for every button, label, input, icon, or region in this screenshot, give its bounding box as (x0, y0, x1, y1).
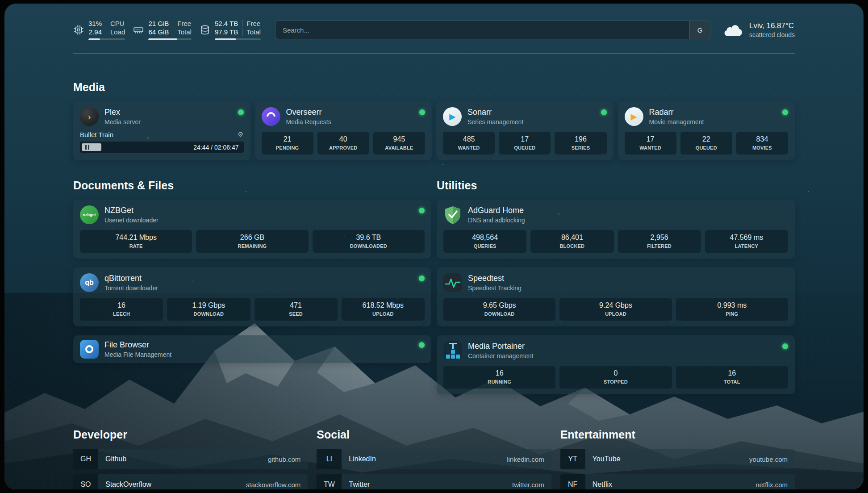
memory-usage-bar (148, 38, 192, 40)
pause-button[interactable] (82, 143, 101, 151)
section-entertainment: Entertainment YT YouTube youtube.com NF … (560, 428, 795, 489)
service-card-portainer[interactable]: Media Portainer Container management 16 … (437, 335, 795, 394)
disk-total-label: Total (242, 28, 261, 36)
disk-free-label: Free (242, 20, 261, 27)
stat-queued: 22 QUEUED (680, 132, 732, 155)
now-playing-settings-icon[interactable]: ⚙ (238, 130, 243, 138)
status-indicator (419, 109, 425, 115)
stat-total: 16 TOTAL (676, 366, 788, 389)
section-utilities: Utilities AdGuard Home DNS and (437, 179, 795, 403)
bookmark-domain: twitter.com (512, 481, 544, 489)
service-subtitle: Series management (467, 118, 523, 125)
disk-widget: 52.4 TB Free 97.9 TB Total (200, 20, 261, 40)
weather-widget[interactable]: Lviv, 16.87°C scattered clouds (723, 21, 795, 38)
service-card-nzbget[interactable]: nzbget NZBGet Usenet downloader 744.21 M… (73, 200, 431, 259)
service-card-sonarr[interactable]: ▶ Sonarr Series management 485 WANTED (436, 101, 613, 160)
service-subtitle: Movie management (649, 118, 704, 125)
bookmark-name: LinkedIn (349, 455, 376, 463)
stat-label: PENDING (263, 145, 312, 150)
stat-value: 9.24 Gbps (561, 301, 670, 309)
memory-free-label: Free (173, 20, 192, 27)
bookmark-linkedin[interactable]: LI LinkedIn linkedin.com (317, 449, 551, 469)
stat-label: STOPPED (561, 379, 670, 384)
service-subtitle: Container management (468, 352, 533, 359)
status-indicator (601, 109, 607, 115)
stat-value: 86,401 (532, 234, 612, 242)
stat-label: MOVIES (738, 145, 786, 150)
bookmark-github[interactable]: GH Github github.com (73, 449, 308, 469)
stat-value: 834 (738, 135, 786, 143)
stat-movies: 834 MOVIES (736, 132, 788, 155)
status-indicator (782, 109, 788, 115)
service-subtitle: Media server (104, 118, 141, 125)
service-subtitle: Speedtest Tracking (468, 284, 522, 292)
search-provider-button[interactable]: G (689, 21, 710, 39)
section-title-utilities: Utilities (437, 179, 795, 192)
github-abbr-icon: GH (73, 449, 98, 469)
bookmark-youtube[interactable]: YT YouTube youtube.com (560, 449, 795, 469)
status-indicator (238, 109, 244, 115)
section-social: Social LI LinkedIn linkedin.com TW Twitt… (317, 428, 551, 489)
cpu-usage-label: CPU (106, 20, 125, 27)
stat-remaining: 266 GB REMAINING (196, 230, 308, 253)
filebrowser-icon (80, 340, 99, 359)
stat-label: BLOCKED (532, 243, 612, 249)
twitter-abbr-icon: TW (317, 474, 342, 489)
overseerr-icon (262, 107, 280, 126)
bookmark-netflix[interactable]: NF Netflix netflix.com (560, 474, 795, 489)
section-media: Media › Plex Media server Bullet Train (73, 81, 795, 160)
playback-time: 24:44 / 02:06:47 (193, 144, 238, 151)
now-playing-title: Bullet Train (80, 131, 113, 138)
bookmark-stackoverflow[interactable]: SO StackOverflow stackoverflow.com (73, 474, 308, 489)
service-subtitle: DNS and adblocking (468, 217, 525, 224)
stat-label: DOWNLOAD (445, 311, 554, 317)
dashboard: 31% CPU 2.94 Load 21 GiB Free 64 GiB (4, 4, 864, 489)
youtube-abbr-icon: YT (560, 449, 585, 469)
stat-running: 16 RUNNING (443, 366, 555, 389)
stat-value: 21 (263, 135, 312, 143)
linkedin-abbr-icon: LI (317, 449, 342, 469)
adguard-icon (443, 205, 462, 224)
bookmark-domain: github.com (268, 455, 300, 463)
cloud-icon (723, 22, 743, 38)
bookmark-twitter[interactable]: TW Twitter twitter.com (317, 474, 551, 489)
stat-value: 22 (682, 135, 730, 143)
stat-value: 0 (561, 369, 670, 377)
stat-value: 1.19 Gbps (169, 301, 248, 309)
stat-available: 945 AVAILABLE (373, 132, 425, 155)
stat-value: 16 (82, 301, 161, 309)
service-name: Overseerr (286, 108, 331, 117)
stat-value: 744.21 Mbps (82, 234, 190, 242)
service-card-speedtest[interactable]: Speedtest Speedtest Tracking 9.65 Gbps D… (437, 267, 795, 326)
search-input[interactable] (275, 21, 689, 39)
stat-ping: 0.993 ms PING (676, 298, 788, 321)
stat-blocked: 86,401 BLOCKED (530, 230, 613, 253)
service-card-qbittorrent[interactable]: qb qBittorrent Torrent downloader 16 LEE… (73, 267, 431, 326)
stat-label: WANTED (626, 145, 675, 150)
service-card-adguard[interactable]: AdGuard Home DNS and adblocking 498,564 … (437, 200, 795, 259)
stat-queued: 17 QUEUED (499, 132, 551, 155)
stat-upload: 9.24 Gbps UPLOAD (559, 298, 672, 321)
stat-leech: 16 LEECH (80, 298, 163, 321)
status-indicator (419, 276, 425, 281)
stat-pending: 21 PENDING (262, 132, 313, 155)
section-title-documents: Documents & Files (73, 179, 431, 192)
stat-queries: 498,564 QUERIES (443, 230, 526, 253)
service-card-radarr[interactable]: ▶ Radarr Movie management 17 WANTED (618, 101, 795, 160)
service-name: AdGuard Home (468, 206, 525, 215)
stat-series: 196 SERIES (555, 132, 606, 155)
service-subtitle: Torrent downloader (104, 284, 158, 292)
service-card-overseerr[interactable]: Overseerr Media Requests 21 PENDING 40 A… (255, 101, 432, 160)
section-title-entertainment: Entertainment (560, 428, 795, 441)
stat-label: FILTERED (620, 243, 699, 249)
stat-value: 485 (445, 135, 493, 143)
stat-value: 16 (678, 369, 786, 377)
pause-icon (85, 145, 89, 150)
service-card-plex[interactable]: › Plex Media server Bullet Train ⚙ (73, 101, 250, 160)
stat-rate: 744.21 Mbps RATE (80, 230, 192, 253)
section-documents: Documents & Files nzbget NZBGet Usenet d… (73, 179, 431, 372)
now-playing: Bullet Train ⚙ 24:44 / 02:06:47 (80, 130, 244, 153)
stat-download: 9.65 Gbps DOWNLOAD (443, 298, 555, 321)
stat-label: TOTAL (678, 379, 786, 384)
service-card-filebrowser[interactable]: File Browser Media File Management (73, 335, 431, 363)
